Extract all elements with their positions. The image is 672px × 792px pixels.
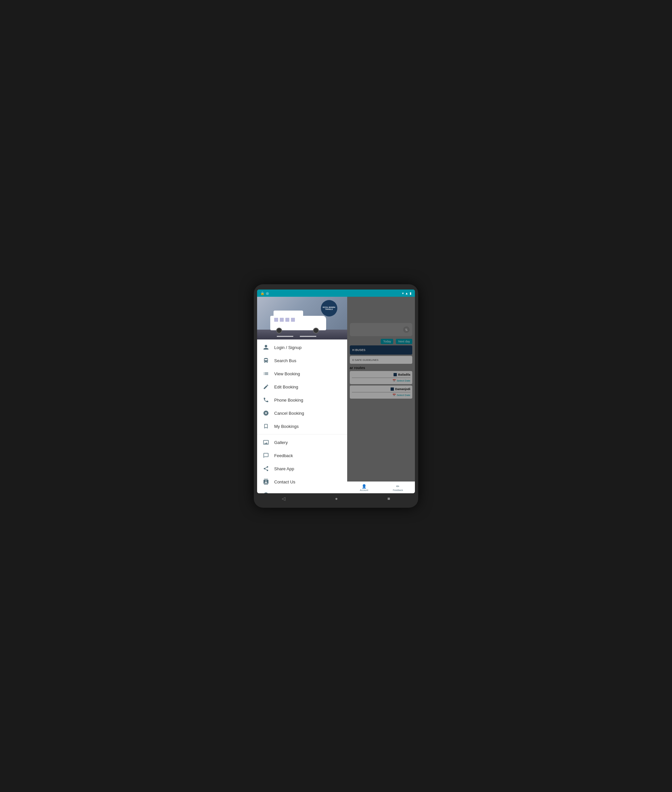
recent-button[interactable]: ■ bbox=[387, 496, 390, 501]
wifi-icon: ▾ bbox=[402, 292, 404, 295]
feedback-label: Feedback bbox=[274, 453, 293, 458]
menu-item-cancel-booking[interactable]: Cancel Booking bbox=[257, 407, 347, 420]
home-button[interactable]: ● bbox=[335, 496, 338, 501]
logo-circle: ROYAL MANISH TRAVELS bbox=[321, 300, 337, 316]
drawer-header: ROYAL MANISH TRAVELS bbox=[257, 297, 347, 340]
info-icon bbox=[262, 491, 270, 493]
edit-icon bbox=[262, 383, 270, 390]
share-app-label: Share App bbox=[274, 466, 294, 471]
phone-booking-label: Phone Booking bbox=[274, 398, 303, 402]
tablet-frame: 🔒 ◎ ▾ ▲ ▮ ⇅ bbox=[254, 284, 418, 508]
menu-item-feedback[interactable]: Feedback bbox=[257, 449, 347, 462]
bookmarks-icon bbox=[262, 423, 270, 430]
bus-icon bbox=[262, 357, 270, 364]
contact-us-label: Contact Us bbox=[274, 479, 295, 484]
menu-section-1: Login / Signup Search Bus bbox=[257, 340, 347, 434]
status-left: 🔒 ◎ bbox=[261, 292, 269, 295]
feedback-icon bbox=[262, 452, 270, 459]
network-icon: ▲ bbox=[405, 292, 408, 295]
menu-item-my-bookings[interactable]: My Bookings bbox=[257, 420, 347, 433]
search-bus-label: Search Bus bbox=[274, 358, 296, 363]
status-bar: 🔒 ◎ ▾ ▲ ▮ bbox=[257, 289, 415, 297]
account-icon: 👤 bbox=[362, 484, 366, 489]
menu-item-search-bus[interactable]: Search Bus bbox=[257, 354, 347, 367]
about-us-label: About Us bbox=[274, 493, 291, 493]
back-button[interactable]: ◁ bbox=[282, 496, 285, 501]
menu-item-phone-booking[interactable]: Phone Booking bbox=[257, 393, 347, 407]
gallery-label: Gallery bbox=[274, 440, 288, 445]
tablet-screen: 🔒 ◎ ▾ ▲ ▮ ⇅ bbox=[257, 289, 415, 493]
view-booking-label: View Booking bbox=[274, 371, 300, 376]
logo-text: ROYAL MANISH TRAVELS bbox=[321, 306, 337, 310]
status-right: ▾ ▲ ▮ bbox=[402, 292, 411, 295]
menu-item-contact-us[interactable]: Contact Us bbox=[257, 475, 347, 489]
battery-icon: ▮ bbox=[410, 292, 411, 295]
bottom-nav: 👤 Account ✏ Feedback bbox=[347, 481, 415, 493]
drawer-menu: Login / Signup Search Bus bbox=[257, 340, 347, 493]
contact-icon bbox=[262, 478, 270, 485]
edit-booking-label: Edit Booking bbox=[274, 385, 298, 390]
menu-item-gallery[interactable]: Gallery bbox=[257, 436, 347, 449]
menu-section-2: Gallery Feedback Share App bbox=[257, 434, 347, 493]
menu-item-edit-booking[interactable]: Edit Booking bbox=[257, 380, 347, 393]
gallery-icon bbox=[262, 439, 270, 446]
cancel-icon bbox=[262, 409, 270, 417]
cancel-booking-label: Cancel Booking bbox=[274, 411, 304, 416]
menu-item-view-booking[interactable]: View Booking bbox=[257, 367, 347, 380]
feedback-nav-icon: ✏ bbox=[396, 484, 400, 489]
account-label: Account bbox=[360, 489, 368, 491]
screen-content: ⇅ Today Next day H BUSES D SAFE GUIDELIN… bbox=[257, 297, 415, 493]
lock-icon: 🔒 bbox=[261, 292, 264, 295]
menu-item-share-app[interactable]: Share App bbox=[257, 462, 347, 475]
navigation-drawer: ROYAL MANISH TRAVELS Login / Signup bbox=[257, 297, 347, 493]
login-label: Login / Signup bbox=[274, 345, 301, 350]
menu-item-about-us[interactable]: About Us bbox=[257, 489, 347, 493]
signal-icon: ◎ bbox=[266, 292, 269, 295]
list-icon bbox=[262, 370, 270, 377]
nav-account[interactable]: 👤 Account bbox=[347, 482, 381, 493]
phone-icon bbox=[262, 396, 270, 404]
share-icon bbox=[262, 465, 270, 472]
nav-feedback[interactable]: ✏ Feedback bbox=[381, 482, 415, 493]
device-buttons: ◁ ● ■ bbox=[257, 493, 415, 503]
bus-image: ROYAL MANISH TRAVELS bbox=[257, 297, 347, 340]
feedback-nav-label: Feedback bbox=[393, 489, 403, 491]
menu-item-login[interactable]: Login / Signup bbox=[257, 341, 347, 354]
person-icon bbox=[262, 344, 270, 351]
my-bookings-label: My Bookings bbox=[274, 424, 299, 429]
